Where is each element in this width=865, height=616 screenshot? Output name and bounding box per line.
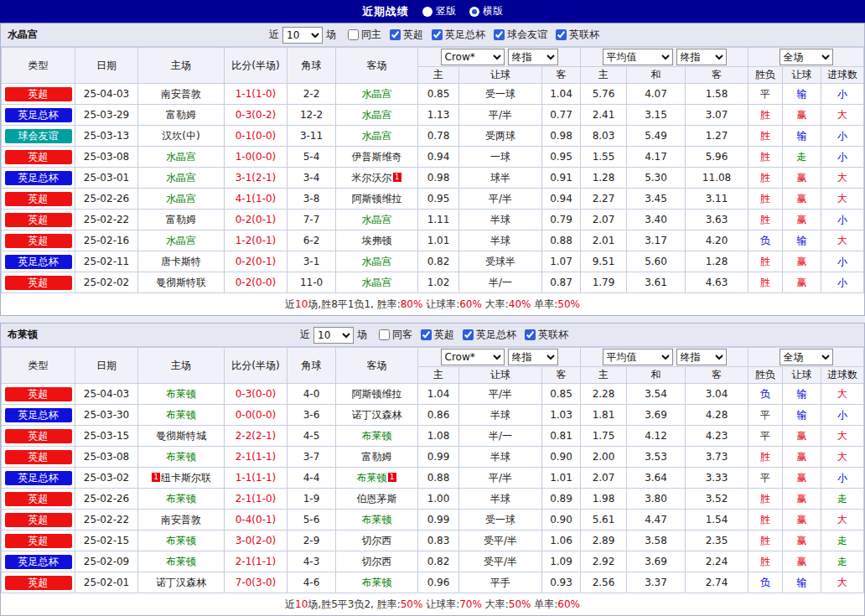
match-count-select[interactable]: 10 [282, 27, 323, 44]
radio-icon-vertical[interactable] [422, 7, 432, 17]
team-link[interactable]: 汉坎(中) [162, 130, 199, 142]
team-link[interactable]: 布莱顿 [166, 388, 196, 400]
team-link[interactable]: 阿斯顿维拉 [352, 388, 402, 400]
layout-radio-vertical[interactable]: 竖版 [422, 4, 456, 18]
checkbox-input[interactable] [432, 29, 443, 40]
filter-checkbox-1[interactable]: 英超 [421, 328, 454, 342]
league-badge[interactable]: 英足总杯 [5, 471, 72, 485]
league-badge[interactable]: 英足总杯 [5, 108, 72, 122]
team-link[interactable]: 布莱顿 [166, 451, 196, 463]
col-header-away: 客场 [336, 48, 418, 84]
scope-select[interactable]: 全场 [780, 49, 833, 65]
team-link[interactable]: 布莱顿 [166, 493, 196, 505]
checkbox-input[interactable] [463, 329, 474, 340]
radio-icon-horizontal[interactable] [469, 7, 479, 17]
match-count-select[interactable]: 10 [313, 327, 354, 344]
sub-col-header-2: 客 [542, 367, 581, 384]
final-odds-select-1[interactable]: 终指 [508, 49, 558, 65]
team-link[interactable]: 水晶宫 [362, 88, 392, 100]
team-link[interactable]: 唐卡斯特 [161, 256, 201, 267]
team-link[interactable]: 富勒姆 [166, 109, 196, 121]
league-badge[interactable]: 英超 [5, 150, 72, 164]
team-link[interactable]: 伯恩茅斯 [357, 493, 397, 505]
bookmaker-select[interactable]: Crow* [441, 349, 505, 365]
league-badge[interactable]: 英超 [5, 513, 72, 527]
filter-checkbox-2[interactable]: 英足总杯 [432, 28, 485, 42]
team-link[interactable]: 曼彻斯特城 [156, 430, 206, 442]
team-link[interactable]: 水晶宫 [362, 109, 392, 121]
team-link[interactable]: 水晶宫 [166, 172, 196, 184]
filter-checkbox-4[interactable]: 英联杯 [556, 28, 599, 42]
checkbox-input[interactable] [379, 329, 390, 340]
filter-checkbox-0[interactable]: 同主 [348, 28, 381, 42]
bookmaker-select[interactable]: Crow* [441, 49, 505, 65]
team-link[interactable]: 水晶宫 [166, 235, 196, 246]
checkbox-input[interactable] [494, 29, 505, 40]
filter-checkbox-1[interactable]: 英超 [390, 28, 423, 42]
team-link[interactable]: 布莱顿 [166, 556, 196, 567]
match-row: 英足总杯 25-02-11 唐卡斯特 0-2(0-1) 3-1 水晶宫 0.82… [2, 251, 864, 272]
league-badge[interactable]: 英超 [5, 492, 72, 506]
checkbox-input[interactable] [421, 329, 432, 340]
league-badge[interactable]: 球会友谊 [5, 129, 72, 143]
average-select[interactable]: 平均值 [603, 349, 673, 365]
league-badge[interactable]: 英超 [5, 192, 72, 206]
team-link[interactable]: 水晶宫 [362, 130, 392, 142]
checkbox-label: 英联杯 [569, 28, 599, 42]
league-badge[interactable]: 英超 [5, 387, 72, 401]
checkbox-input[interactable] [556, 29, 567, 40]
team-link[interactable]: 布莱顿 [362, 430, 392, 442]
checkbox-input[interactable] [525, 329, 536, 340]
scope-select[interactable]: 全场 [780, 349, 833, 365]
team-link[interactable]: 布莱顿 [166, 535, 196, 546]
team-link[interactable]: 水晶宫 [362, 256, 392, 267]
league-badge[interactable]: 英足总杯 [5, 408, 72, 422]
league-badge[interactable]: 英超 [5, 534, 72, 548]
filter-checkbox-0[interactable]: 同客 [379, 328, 412, 342]
team-link[interactable]: 切尔西 [362, 556, 392, 567]
team-link[interactable]: 埃弗顿 [362, 235, 392, 246]
checkbox-input[interactable] [390, 29, 401, 40]
team-link[interactable]: 南安普敦 [161, 514, 201, 525]
team-link[interactable]: 富勒姆 [362, 451, 392, 463]
league-badge[interactable]: 英超 [5, 450, 72, 464]
team-link[interactable]: 切尔西 [362, 535, 392, 546]
result-handicap: 赢 [783, 510, 821, 531]
league-badge[interactable]: 英足总杯 [5, 555, 72, 569]
final-odds-select-2[interactable]: 终指 [676, 49, 727, 65]
team-link[interactable]: 伊普斯维奇 [352, 151, 402, 163]
team-link[interactable]: 水晶宫 [166, 193, 196, 204]
final-odds-select-1[interactable]: 终指 [508, 349, 558, 365]
team-link[interactable]: 水晶宫 [166, 151, 196, 163]
team-link[interactable]: 诺丁汉森林 [352, 409, 402, 421]
league-badge[interactable]: 英超 [5, 87, 72, 101]
filter-checkbox-3[interactable]: 英联杯 [525, 328, 568, 342]
sub-col-header-0: 主 [418, 67, 459, 84]
team-link[interactable]: 布莱顿 [362, 514, 392, 525]
league-badge[interactable]: 英超 [5, 429, 72, 443]
league-badge[interactable]: 英超 [5, 213, 72, 227]
league-badge[interactable]: 英超 [5, 276, 72, 290]
team-link[interactable]: 布莱顿 [166, 409, 196, 421]
checkbox-input[interactable] [348, 29, 359, 40]
team-link[interactable]: 水晶宫 [362, 214, 392, 225]
team-link[interactable]: 诺丁汉森林 [156, 577, 206, 588]
team-link[interactable]: 南安普敦 [161, 88, 201, 100]
team-link[interactable]: 布莱顿 [362, 577, 392, 588]
team-link[interactable]: 纽卡斯尔联 [161, 472, 211, 484]
league-badge[interactable]: 英超 [5, 576, 72, 590]
league-badge[interactable]: 英超 [5, 234, 72, 248]
team-link[interactable]: 布莱顿 [357, 472, 387, 484]
league-badge[interactable]: 英足总杯 [5, 171, 72, 185]
team-link[interactable]: 米尔沃尔 [352, 172, 392, 184]
final-odds-select-2[interactable]: 终指 [676, 349, 727, 365]
filter-checkbox-3[interactable]: 球会友谊 [494, 28, 547, 42]
layout-radio-horizontal[interactable]: 横版 [469, 4, 503, 18]
average-select[interactable]: 平均值 [603, 49, 673, 65]
team-link[interactable]: 阿斯顿维拉 [352, 193, 402, 204]
filter-checkbox-2[interactable]: 英足总杯 [463, 328, 516, 342]
league-badge[interactable]: 英足总杯 [5, 255, 72, 269]
team-link[interactable]: 曼彻斯特联 [156, 277, 206, 288]
team-link[interactable]: 水晶宫 [362, 277, 392, 288]
team-link[interactable]: 富勒姆 [166, 214, 196, 225]
